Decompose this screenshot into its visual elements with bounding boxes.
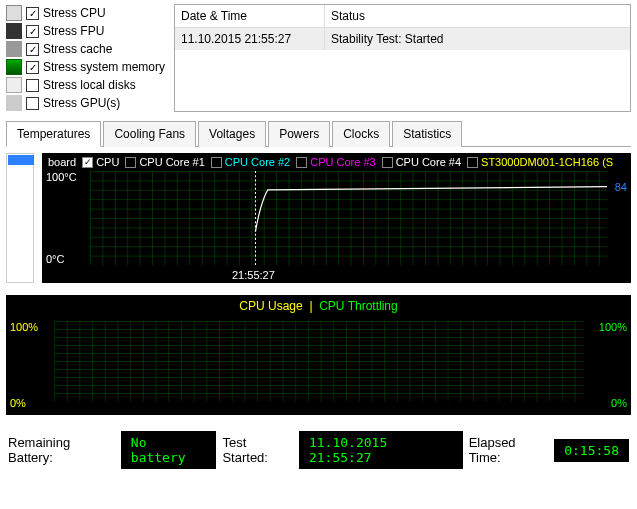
stress-label: Stress CPU bbox=[43, 6, 106, 20]
stress-option: ✓ Stress CPU bbox=[6, 4, 166, 22]
tab-statistics[interactable]: Statistics bbox=[392, 121, 462, 147]
status-bar: Remaining Battery: No battery Test Start… bbox=[0, 421, 637, 477]
temp-legend: board ✓CPU CPU Core #1 CPU Core #2 CPU C… bbox=[42, 153, 631, 171]
disk-icon bbox=[6, 77, 22, 93]
stress-option: Stress GPU(s) bbox=[6, 94, 166, 112]
fpu-icon bbox=[6, 23, 22, 39]
usage-grid bbox=[54, 321, 583, 401]
legend-item[interactable]: ST3000DM001-1CH166 (S bbox=[467, 156, 613, 168]
legend-checkbox bbox=[382, 157, 393, 168]
stress-fpu-checkbox[interactable]: ✓ bbox=[26, 25, 39, 38]
stress-option: ✓ Stress FPU bbox=[6, 22, 166, 40]
temperature-chart: board ✓CPU CPU Core #1 CPU Core #2 CPU C… bbox=[42, 153, 631, 283]
y-axis-bot-right: 0% bbox=[611, 397, 627, 409]
cpu-icon bbox=[6, 5, 22, 21]
sensor-list[interactable] bbox=[6, 153, 34, 283]
stress-label: Stress cache bbox=[43, 42, 112, 56]
legend-checkbox bbox=[211, 157, 222, 168]
stress-gpu-checkbox[interactable] bbox=[26, 97, 39, 110]
log-col-status[interactable]: Status bbox=[325, 5, 371, 27]
tab-voltages[interactable]: Voltages bbox=[198, 121, 266, 147]
stress-memory-checkbox[interactable]: ✓ bbox=[26, 61, 39, 74]
stress-disk-checkbox[interactable] bbox=[26, 79, 39, 92]
tab-powers[interactable]: Powers bbox=[268, 121, 330, 147]
legend-checkbox bbox=[125, 157, 136, 168]
memory-icon bbox=[6, 59, 22, 75]
log-col-datetime[interactable]: Date & Time bbox=[175, 5, 325, 27]
battery-label: Remaining Battery: bbox=[8, 435, 115, 465]
stress-label: Stress GPU(s) bbox=[43, 96, 120, 110]
y-axis-top: 100°C bbox=[46, 171, 77, 183]
sensor-selected bbox=[8, 155, 34, 165]
legend-checkbox bbox=[467, 157, 478, 168]
stress-label: Stress local disks bbox=[43, 78, 136, 92]
log-panel: Date & Time Status 11.10.2015 21:55:27 S… bbox=[174, 4, 631, 112]
stress-label: Stress FPU bbox=[43, 24, 104, 38]
temp-grid bbox=[90, 171, 607, 265]
legend-item[interactable]: CPU Core #2 bbox=[211, 156, 290, 168]
log-row[interactable]: 11.10.2015 21:55:27 Stability Test: Star… bbox=[175, 28, 630, 50]
legend-item[interactable]: board bbox=[48, 156, 76, 168]
cpu-usage-chart: CPU Usage | CPU Throttling 100% 0% 100% … bbox=[6, 295, 631, 415]
stress-cpu-checkbox[interactable]: ✓ bbox=[26, 7, 39, 20]
chart2-title: CPU Usage | CPU Throttling bbox=[6, 295, 631, 317]
started-label: Test Started: bbox=[222, 435, 293, 465]
stress-option: ✓ Stress system memory bbox=[6, 58, 166, 76]
tab-temperatures[interactable]: Temperatures bbox=[6, 121, 101, 147]
legend-item[interactable]: CPU Core #1 bbox=[125, 156, 204, 168]
legend-item[interactable]: ✓CPU bbox=[82, 156, 119, 168]
stress-option: Stress local disks bbox=[6, 76, 166, 94]
stress-cache-checkbox[interactable]: ✓ bbox=[26, 43, 39, 56]
cache-icon bbox=[6, 41, 22, 57]
log-cell-status: Stability Test: Started bbox=[325, 28, 450, 50]
elapsed-value: 0:15:58 bbox=[554, 439, 629, 462]
legend-checkbox: ✓ bbox=[82, 157, 93, 168]
tab-clocks[interactable]: Clocks bbox=[332, 121, 390, 147]
y-axis-top-right: 100% bbox=[599, 321, 627, 333]
battery-value: No battery bbox=[121, 431, 217, 469]
stress-label: Stress system memory bbox=[43, 60, 165, 74]
y-axis-bot: 0°C bbox=[46, 253, 64, 265]
log-cell-datetime: 11.10.2015 21:55:27 bbox=[175, 28, 325, 50]
stress-option: ✓ Stress cache bbox=[6, 40, 166, 58]
legend-checkbox bbox=[296, 157, 307, 168]
stress-options: ✓ Stress CPU ✓ Stress FPU ✓ Stress cache… bbox=[6, 4, 166, 112]
elapsed-label: Elapsed Time: bbox=[469, 435, 549, 465]
legend-item[interactable]: CPU Core #3 bbox=[296, 156, 375, 168]
legend-item[interactable]: CPU Core #4 bbox=[382, 156, 461, 168]
y-axis-bot-left: 0% bbox=[10, 397, 26, 409]
tab-cooling-fans[interactable]: Cooling Fans bbox=[103, 121, 196, 147]
y-axis-top-left: 100% bbox=[10, 321, 38, 333]
gpu-icon bbox=[6, 95, 22, 111]
current-value: 84 bbox=[615, 181, 627, 193]
chart-tabs: Temperatures Cooling Fans Voltages Power… bbox=[6, 120, 631, 147]
svg-rect-0 bbox=[90, 171, 607, 265]
started-value: 11.10.2015 21:55:27 bbox=[299, 431, 463, 469]
x-axis-tick: 21:55:27 bbox=[232, 269, 275, 281]
svg-rect-2 bbox=[54, 321, 583, 401]
